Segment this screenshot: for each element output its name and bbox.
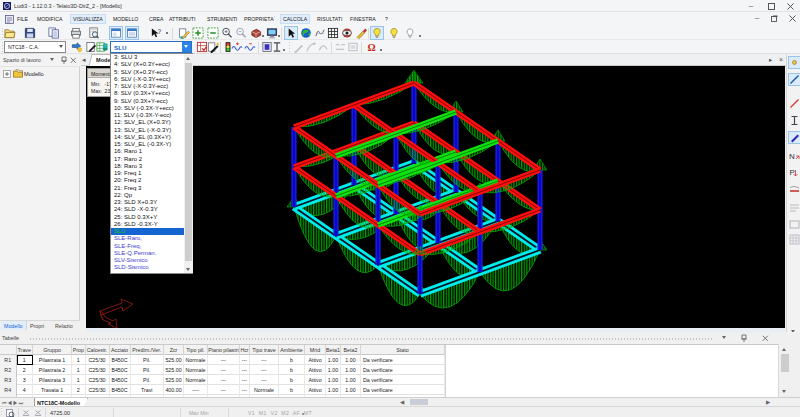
svg-text:P: P [789, 168, 794, 177]
svg-text:Ω: Ω [367, 42, 375, 53]
svg-text:N: N [789, 152, 795, 161]
svg-text:?: ? [157, 28, 161, 35]
